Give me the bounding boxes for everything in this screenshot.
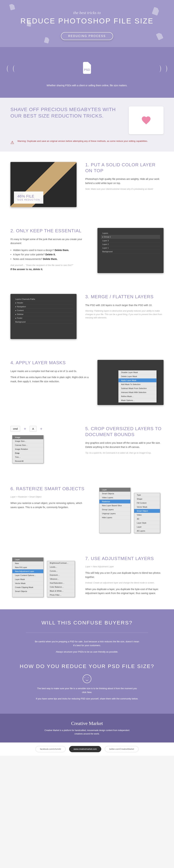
warning-text: Warning: Duplicate and save an original … [10,140,164,143]
tip-4-desc: Layer masks are a complex tool that eat … [10,369,89,373]
tip-2-title: 2. ONLY KEEP THE ESSENTIAL [10,228,89,234]
smart-object-submenu[interactable]: Smart Object [134,509,160,513]
tip-5-note: Tip: As a quick fix, hit Command-A to se… [85,452,164,455]
hero-section: the best tricks to REDUCE PHOTOSHOP FILE… [0,0,174,47]
tip-5-desc: Any graphics and colors you leave off th… [85,441,164,449]
sound-waves-icon: PSD [7,58,167,80]
twitter-link[interactable]: twitter.com/CreativeMarket [105,746,139,752]
footer-logo: Creative Market [7,721,167,726]
tip-7-desc2: When you duplicate a layer, you duplicat… [85,587,164,596]
plus-icon: + [24,426,26,431]
tip-7: Layer New New Fill Layer New Adjustment … [0,545,174,609]
confuse-p4: If you have some tips and tricks for red… [35,697,139,701]
tip-3-note: Warning: Flattening layers is destructiv… [85,309,164,319]
new-adjustment-layer-item[interactable]: New Adjustment Layer [13,569,43,574]
apply-layer-mask-item[interactable]: Apply Layer Mask [119,378,156,382]
confuse-section: WILL THIS CONFUSE BUYERS? Be careful whe… [0,609,174,714]
tip-4: Disable Layer Mask Delete Layer Mask App… [0,349,174,415]
confuse-title-2: HOW DO YOU REDUCE YOUR PSD FILE SIZE? [10,663,164,669]
heart-card-icon [129,106,164,134]
tip-5: cmd + A + Image Image Size… Canvas Size…… [0,415,174,475]
tip-1-desc: Photoshop's high quality file previews a… [85,177,164,185]
a-key: A [30,426,36,432]
hero-subtitle: Whether sharing PSDs with a client or se… [7,84,167,87]
tip-4-desc2: Think of them as extra layers that can h… [10,375,89,384]
tip-3-title: 3. MERGE / FLATTEN LAYERS [85,294,164,300]
cmd-key: cmd [10,426,20,432]
confuse-p3: The best way to make sure your file is a… [35,687,139,694]
svg-text:PSD: PSD [84,68,90,71]
tip-5-title: 5. CROP OVERSIZED LAYERS TO DOCUMENT BOU… [85,426,164,438]
confuse-p2: Always structure your PSDs to be as user… [35,650,139,654]
footer-section: Creative Market Creative Market is a pla… [0,714,174,742]
tip-1-note: Note: Make sure your client/customer kno… [85,187,164,191]
confuse-p1: Be careful when you're prepping a PSD fo… [35,640,139,647]
facebook-link[interactable]: facebook.com/crtvmrkt [35,746,66,752]
tip-1-screenshot: 46% FILE SIZE REDUCTION [10,162,77,207]
tip-6-desc: When you rasterize a smart object, you'r… [10,501,89,509]
website-link[interactable]: www.creativemarket.com [69,746,101,752]
smiley-icon [83,675,91,683]
rasterize-menu-item[interactable]: Rasterize [99,500,130,504]
plus-icon: + [40,426,43,431]
tip-7-note: Instead: Create an adjustment layer and … [85,581,164,585]
confuse-title-1: WILL THIS CONFUSE BUYERS? [10,620,164,626]
tip-1: 46% FILE SIZE REDUCTION 1. PUT A SOLID C… [0,152,174,218]
crop-menu-item[interactable]: Crop [13,451,43,455]
tip-3-desc: The PSD with 100 layers is much larger t… [85,303,164,307]
keyboard-shortcut: cmd + A + [10,426,77,432]
tip-6-title: 6. RASTERIZE SMART OBJECTS [10,486,89,492]
footer-desc: Creative Market is a platform for handcr… [44,729,130,735]
social-bar: facebook.com/crtvmrkt www.creativemarket… [0,743,174,756]
tip-3: Layers Channels Paths ▸ Header▸ Navigati… [0,283,174,349]
reduction-badge: 46% FILE SIZE REDUCTION [14,191,43,204]
reducing-process-button[interactable]: REDUCING PROCESS [61,32,113,40]
tip-4-screenshot: Disable Layer Mask Delete Layer Mask App… [97,360,164,405]
tip-1-title: 1. PUT A SOLID COLOR LAYER ON TOP [85,162,164,174]
hero-mid-section: PSD Whether sharing PSDs with a client o… [0,47,174,98]
tip-2-desc: It's easy to forget some of the junk tha… [10,237,89,246]
tip-3-screenshot: Layers Channels Paths ▸ Header▸ Navigati… [10,294,77,339]
tip-2-ask: Ask yourself… "Does the recipient of the… [10,264,89,267]
hero-script-text: the best tricks to [7,10,167,15]
tip-7-sub: Layer > New Adjustment Layer [85,565,164,568]
intro-section: SHAVE OFF PRECIOUS MEGABYTES WITH OUR BE… [0,98,174,152]
tip-2: Layers ▸ Group 1 Layer 3 Layer 2 Layer 1… [0,218,174,283]
tip-7-desc: This will help you a ton if you use dupl… [85,571,164,579]
tip-6: Layer Smart Objects Video Layers Rasteri… [0,475,174,545]
tip-2-list: Hidden layers used to trace a design? De… [10,248,89,261]
tip-4-title: 4. APPLY LAYER MASKS [10,360,89,366]
tip-7-title: 7. USE ADJUSTMENT LAYERS [85,556,164,562]
tip-2-screenshot: Layers ▸ Group 1 Layer 3 Layer 2 Layer 1… [97,228,164,273]
intro-title: SHAVE OFF PRECIOUS MEGABYTES WITH OUR BE… [10,106,124,119]
tip-6-sub: Layer > Rasterize > Smart Object [10,495,89,499]
tip-2-answer: If the answer is no, delete it. [10,268,89,271]
